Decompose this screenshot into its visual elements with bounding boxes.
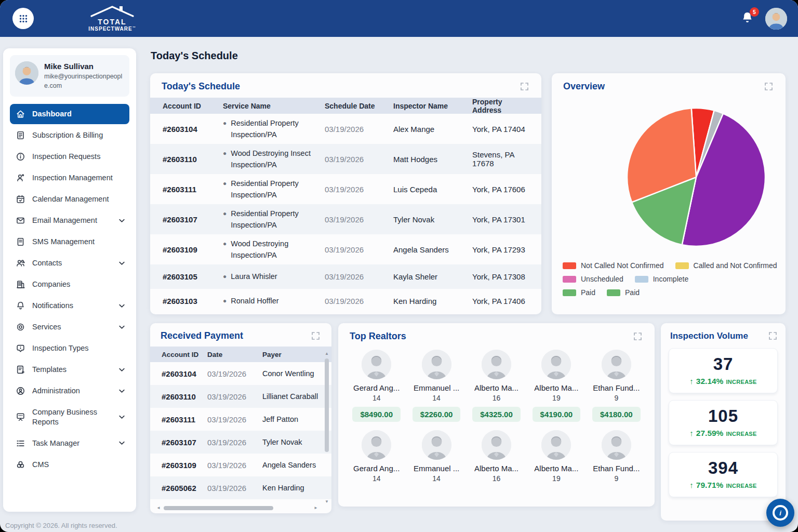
- table-row[interactable]: #2603107●Residential Property Inspection…: [150, 204, 541, 234]
- realtor-avatar: [422, 430, 451, 460]
- sidebar-item-calendar-management[interactable]: Calendar Management: [10, 189, 129, 209]
- expand-icon: [768, 331, 777, 340]
- horizontal-scrollbar[interactable]: ◄ ►: [156, 505, 318, 511]
- logo-text-2: INSPECTWARE™: [85, 26, 140, 32]
- legend-label: Called and Not Confirmed: [694, 261, 777, 270]
- realtor-card[interactable]: Gerard Ang...14: [347, 430, 406, 483]
- arrow-up-icon: ↑: [689, 481, 694, 489]
- account-id: #2603109: [162, 461, 207, 470]
- sidebar-item-cms[interactable]: CMS: [10, 455, 129, 475]
- realtor-card[interactable]: Ethan Fund...9: [587, 430, 646, 483]
- info-fab-button[interactable]: i: [766, 499, 794, 527]
- service-name: ●Ronald Hoffler: [223, 295, 325, 307]
- sidebar-item-subscription-billing[interactable]: Subscription & Billing: [10, 125, 129, 145]
- sidebar-item-templates[interactable]: Templates: [10, 360, 129, 380]
- notifications-bell-button[interactable]: 5: [741, 11, 754, 26]
- legend-row: PaidPaid: [563, 288, 777, 297]
- vertical-scroll-thumb[interactable]: [325, 358, 329, 452]
- realtor-count: 14: [432, 474, 441, 483]
- sidebar-nav: DashboardSubscription & BillingInspectio…: [3, 102, 136, 478]
- schedule-date: 03/19/2026: [325, 297, 393, 305]
- realtor-card[interactable]: Emmanuel ...14: [406, 430, 466, 483]
- table-row[interactable]: #260311003/19/2026Lillianet Caraball: [150, 385, 331, 408]
- sidebar-item-inspection-requests[interactable]: Inspection Requests: [10, 147, 129, 167]
- table-row[interactable]: #260310903/19/2026Angela Sanders: [150, 454, 331, 476]
- table-row[interactable]: #260310403/19/2026Conor Wentling: [150, 362, 331, 385]
- schedule-date: 03/19/2026: [325, 245, 393, 254]
- inspector-name: Matt Hodges: [393, 155, 472, 164]
- table-row[interactable]: #260310703/19/2026Tyler Novak: [150, 431, 331, 454]
- expand-button[interactable]: [763, 81, 774, 92]
- profile-name: Mike Sullivan: [44, 62, 124, 71]
- sidebar-item-inspection-management[interactable]: Inspection Management: [10, 168, 129, 188]
- expand-button[interactable]: [519, 81, 530, 92]
- notification-badge: 5: [750, 7, 759, 17]
- sidebar-item-contacts[interactable]: Contacts: [10, 253, 129, 273]
- sidebar-item-task-manager[interactable]: Task Manager: [10, 433, 129, 454]
- scroll-up-icon[interactable]: ▲: [325, 351, 329, 356]
- account-id: #2603104: [162, 369, 207, 378]
- realtor-name: Gerard Ang...: [353, 383, 400, 392]
- topbar: TOTAL INSPECTWARE™ 5: [0, 0, 798, 37]
- inspection-volume-card: Inspection Volume 37↑32.14%INCREASE105↑2…: [661, 323, 786, 521]
- expand-button[interactable]: [310, 330, 321, 341]
- sidebar-item-dashboard[interactable]: Dashboard: [10, 104, 129, 124]
- scroll-down-icon[interactable]: ▼: [325, 499, 329, 504]
- realtor-avatar: [541, 430, 571, 460]
- mail-icon: [16, 216, 25, 225]
- realtor-card[interactable]: Alberto Ma...19$4190.00: [526, 350, 586, 422]
- sidebar-item-label: Services: [32, 322, 124, 332]
- bell-icon: [16, 301, 25, 311]
- horizontal-scroll-thumb[interactable]: [164, 506, 273, 510]
- account-id: #2605062: [162, 484, 207, 493]
- sidebar-item-label: Calendar Management: [32, 194, 124, 204]
- volume-stat-box: 394↑79.71%INCREASE: [669, 452, 778, 497]
- doc-icon: [16, 130, 25, 140]
- table-row[interactable]: #2603105●Laura Whisler03/19/2026Kayla Sh…: [150, 264, 541, 289]
- info-icon: [16, 152, 25, 162]
- realtor-count: 19: [552, 474, 561, 483]
- realtor-card[interactable]: Emmanuel ...14$2260.00: [406, 350, 466, 422]
- sidebar-item-label: Inspection Types: [32, 343, 124, 353]
- expand-button[interactable]: [632, 331, 643, 342]
- user-avatar[interactable]: [765, 8, 787, 30]
- sidebar-item-company-business-reports[interactable]: Company Business Reports: [10, 402, 129, 432]
- user-profile-card: Mike Sullivan mike@yourinspectionpeople.…: [10, 55, 129, 97]
- sidebar-item-services[interactable]: Services: [10, 317, 129, 337]
- sidebar-item-inspection-types[interactable]: Inspection Types: [10, 338, 129, 358]
- sidebar-item-sms-management[interactable]: SMS Management: [10, 232, 129, 252]
- realtor-card[interactable]: Gerard Ang...14$8490.00: [347, 350, 406, 422]
- realtor-card[interactable]: Alberto Ma...19: [526, 430, 586, 483]
- sidebar-item-administration[interactable]: Administration: [10, 381, 129, 401]
- payment-date: 03/19/2026: [207, 392, 262, 401]
- realtor-card[interactable]: Alberto Ma...16$4325.00: [467, 350, 526, 422]
- table-row[interactable]: #2603111●Residential Property Inspection…: [150, 174, 541, 204]
- brand-logo: TOTAL INSPECTWARE™: [85, 5, 140, 32]
- payer-name: Conor Wentling: [262, 369, 326, 378]
- realtor-card[interactable]: Alberto Ma...16: [467, 430, 526, 483]
- scroll-right-icon[interactable]: ►: [314, 506, 318, 510]
- realtor-count: 9: [614, 394, 618, 402]
- page-title: Today's Schedule: [151, 50, 238, 62]
- table-row[interactable]: #260506203/19/2026Ken Harding: [150, 476, 331, 499]
- sidebar-item-notifications[interactable]: Notifications: [10, 296, 129, 316]
- sidebar-item-label: Task Manager: [32, 438, 124, 448]
- table-row[interactable]: #2603110●Wood Destroying Insect Inspecti…: [150, 144, 541, 174]
- vertical-scrollbar[interactable]: ▲ ▼: [324, 352, 330, 503]
- legend-swatch: [635, 276, 648, 283]
- table-row[interactable]: #260311103/19/2026Jeff Patton: [150, 408, 331, 431]
- expand-button[interactable]: [767, 330, 778, 341]
- realtor-avatar: [482, 430, 511, 460]
- realtor-avatar: [362, 430, 391, 460]
- stat-label: INCREASE: [726, 483, 756, 489]
- realtor-card[interactable]: Ethan Fund...9$4180.00: [587, 350, 646, 422]
- apps-grid-button[interactable]: [12, 8, 34, 29]
- sidebar-item-companies[interactable]: Companies: [10, 274, 129, 295]
- sidebar-item-email-management[interactable]: Email Management: [10, 210, 129, 231]
- scroll-left-icon[interactable]: ◄: [156, 506, 161, 510]
- table-body: #2603104●Residential Property Inspection…: [150, 114, 541, 313]
- table-row[interactable]: #2603109●Wood Destroying Inspection/PA03…: [150, 234, 541, 264]
- table-row[interactable]: #2603103●Ronald Hoffler03/19/2026Ken Har…: [150, 289, 541, 313]
- table-row[interactable]: #2603104●Residential Property Inspection…: [150, 114, 541, 144]
- card-header: Overview: [552, 73, 786, 98]
